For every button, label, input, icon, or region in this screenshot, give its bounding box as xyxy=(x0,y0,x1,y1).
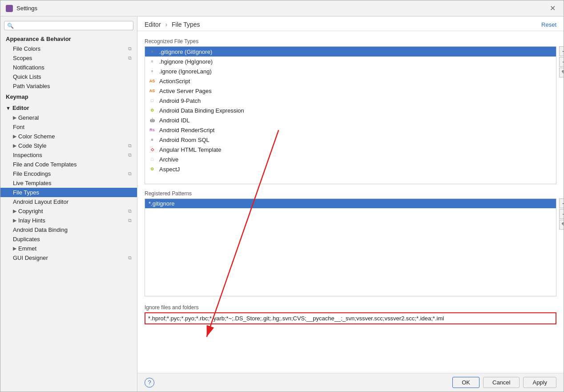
pat-label: *.gitignore xyxy=(149,200,175,207)
sidebar-item-file-colors[interactable]: File Colors⧉ xyxy=(0,44,137,53)
sidebar-item-label: Quick Lists xyxy=(13,73,41,80)
ft-edit-button[interactable]: ✎ xyxy=(559,68,564,77)
sidebar-item-emmet[interactable]: ▶Emmet xyxy=(0,244,137,253)
breadcrumb: Editor › File Types xyxy=(145,21,200,28)
ft-row[interactable]: ASActionScript xyxy=(145,76,556,86)
sidebar-section-header: Appearance & Behavior xyxy=(0,34,137,44)
ft-row[interactable]: □Android 9-Patch xyxy=(145,96,556,105)
sidebar-item-inlay-hints[interactable]: ▶Inlay Hints⧉ xyxy=(0,216,137,225)
ft-icon: □ xyxy=(149,156,156,163)
expand-arrow: ▶ xyxy=(13,208,16,214)
patterns-list[interactable]: *.gitignore xyxy=(145,198,556,296)
ok-button[interactable]: OK xyxy=(452,377,479,388)
ft-row[interactable]: ≡.hgignore (HgIgnore) xyxy=(145,57,556,66)
sidebar-item-notifications[interactable]: Notifications xyxy=(0,63,137,72)
sidebar-item-general[interactable]: ▶General xyxy=(0,113,137,122)
app-icon xyxy=(6,5,13,12)
sidebar-item-file-encodings[interactable]: File Encodings⧉ xyxy=(0,169,137,178)
ignore-input[interactable] xyxy=(145,312,556,324)
ft-row[interactable]: ASActive Server Pages xyxy=(145,86,556,96)
sidebar-item-scopes[interactable]: Scopes⧉ xyxy=(0,53,137,63)
search-box[interactable]: 🔍 xyxy=(4,21,133,30)
sidebar-item-copyright[interactable]: ▶Copyright⧉ xyxy=(0,206,137,216)
sidebar-item-file-types[interactable]: File Types xyxy=(0,188,137,197)
sidebar-item-quick-lists[interactable]: Quick Lists xyxy=(0,72,137,81)
ft-icon: 🤖 xyxy=(149,117,156,124)
sidebar-item-label: General xyxy=(18,114,39,121)
search-input[interactable] xyxy=(16,22,130,29)
sidebar-item-label: Code Style xyxy=(18,142,47,149)
ft-label: .hgignore (HgIgnore) xyxy=(159,58,213,65)
ft-row[interactable]: 🤖Android IDL xyxy=(145,115,556,125)
apply-button[interactable]: Apply xyxy=(523,377,556,388)
copy-icon: ⧉ xyxy=(128,55,132,61)
ft-label: Android Data Binding Expression xyxy=(159,107,244,114)
dialog-title: Settings xyxy=(16,5,547,12)
copy-icon: ⧉ xyxy=(128,208,132,214)
sidebar-item-label: Font xyxy=(13,124,24,130)
ft-label: Android Room SQL xyxy=(159,137,209,143)
ft-row[interactable]: □Archive xyxy=(145,154,556,164)
ft-icon: AS xyxy=(149,77,156,85)
pat-remove-button[interactable]: − xyxy=(559,209,564,219)
sidebar-item-inspections[interactable]: Inspections⧉ xyxy=(0,150,137,160)
ft-remove-button[interactable]: − xyxy=(559,57,564,67)
close-button[interactable]: ✕ xyxy=(547,3,558,13)
expand-arrow: ▶ xyxy=(13,143,16,149)
sidebar-item-duplicates[interactable]: Duplicates xyxy=(0,234,137,244)
ft-icon: □ xyxy=(149,97,156,104)
sidebar-item-label: Path Variables xyxy=(13,83,50,89)
ft-icon: ⚙ xyxy=(149,107,156,114)
ft-label: Active Server Pages xyxy=(159,88,212,94)
sidebar-item-font[interactable]: Font xyxy=(0,122,137,132)
sidebar-item-label: Color Scheme xyxy=(18,133,55,140)
sidebar-item-label: File Types xyxy=(13,189,39,196)
pat-add-button[interactable]: + xyxy=(559,198,564,208)
sidebar-item-label: Android Layout Editor xyxy=(13,198,68,205)
ft-row[interactable]: ≡.ignore (IgnoreLang) xyxy=(145,66,556,76)
ft-icon: ≡ xyxy=(149,58,156,65)
ft-label: Android 9-Patch xyxy=(159,97,201,104)
help-button[interactable]: ? xyxy=(145,378,154,388)
sidebar-item-file-and-code-templates[interactable]: File and Code Templates xyxy=(0,160,137,169)
sidebar-section-header: ▼Editor xyxy=(0,103,137,113)
ft-row[interactable]: ⚙Android Data Binding Expression xyxy=(145,105,556,115)
sidebar-item-label: Copyright xyxy=(18,208,43,214)
sidebar-item-android-data-binding[interactable]: Android Data Binding xyxy=(0,225,137,234)
file-types-side-buttons: + − ✎ xyxy=(559,46,564,77)
ft-label: .gitignore (GitIgnore) xyxy=(159,48,212,55)
sidebar-item-label: Duplicates xyxy=(13,236,40,242)
ft-row[interactable]: ≡Android Room SQL xyxy=(145,135,556,145)
copy-icon: ⧉ xyxy=(128,255,132,261)
ft-list-inner: ≡.gitignore (GitIgnore)≡.hgignore (HgIgn… xyxy=(145,47,556,174)
reset-button[interactable]: Reset xyxy=(541,21,556,28)
ignore-section: Ignore files and folders xyxy=(145,304,556,324)
bottom-bar: ? OK Cancel Apply xyxy=(137,373,564,392)
file-types-list[interactable]: ≡.gitignore (GitIgnore)≡.hgignore (HgIgn… xyxy=(145,46,556,184)
ignore-label: Ignore files and folders xyxy=(145,304,556,311)
sidebar-item-label: Scopes xyxy=(13,55,32,61)
ft-row[interactable]: ⚙AspectJ xyxy=(145,164,556,174)
sidebar-item-path-variables[interactable]: Path Variables xyxy=(0,81,137,91)
sidebar-item-android-layout-editor[interactable]: Android Layout Editor xyxy=(0,197,137,206)
pat-row[interactable]: *.gitignore xyxy=(145,199,556,208)
ft-row[interactable]: ◇Angular HTML Template xyxy=(145,145,556,154)
sidebar-item-gui-designer[interactable]: GUI Designer⧉ xyxy=(0,253,137,263)
sidebar-item-color-scheme[interactable]: ▶Color Scheme xyxy=(0,132,137,141)
cancel-button[interactable]: Cancel xyxy=(483,377,520,388)
pat-edit-button[interactable]: ✎ xyxy=(559,220,564,230)
sidebar-item-label: GUI Designer xyxy=(13,255,48,261)
copy-icon: ⧉ xyxy=(128,152,132,158)
search-icon: 🔍 xyxy=(7,23,14,29)
settings-dialog: Settings ✕ 🔍 Appearance & BehaviorFile C… xyxy=(0,0,564,392)
sidebar-item-live-templates[interactable]: Live Templates xyxy=(0,178,137,188)
patterns-wrapper: *.gitignore + − ✎ xyxy=(145,198,556,296)
ft-row[interactable]: ≡.gitignore (GitIgnore) xyxy=(145,47,556,57)
sidebar-item-code-style[interactable]: ▶Code Style⧉ xyxy=(0,141,137,150)
pat-list-inner: *.gitignore xyxy=(145,199,556,208)
ft-row[interactable]: RsAndroid RenderScript xyxy=(145,125,556,135)
ft-icon: ⚙ xyxy=(149,166,156,173)
main-panel: Editor › File Types Reset Recognized Fil… xyxy=(137,16,564,392)
sidebar-item-label: File Encodings xyxy=(13,170,51,177)
ft-add-button[interactable]: + xyxy=(559,46,564,56)
